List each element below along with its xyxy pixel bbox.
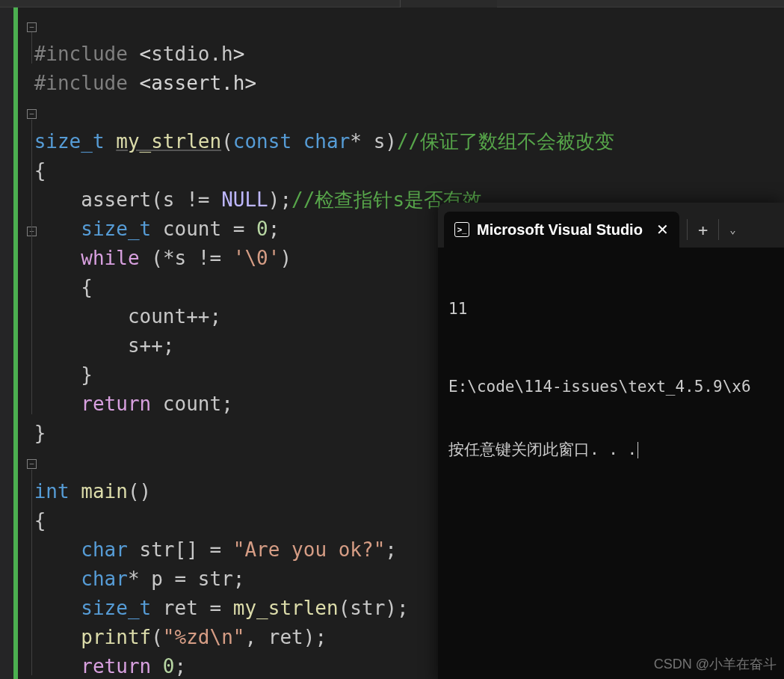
- code-line: count++;: [22, 305, 221, 328]
- code-line: size_t ret = my_strlen(str);: [22, 597, 409, 619]
- code-line: return count;: [22, 393, 233, 415]
- code-line: return 0;: [22, 655, 186, 678]
- code-line: {: [22, 159, 46, 182]
- editor-margin: [0, 7, 13, 679]
- code-line: {: [22, 276, 93, 298]
- terminal-tab-title: Microsoft Visual Studio: [477, 221, 643, 239]
- code-line: size_t my_strlen(const char* s)//保证了数组不会…: [22, 130, 614, 153]
- watermark: CSDN @小羊在奋斗: [654, 655, 777, 673]
- code-line: s++;: [22, 334, 175, 357]
- code-line: assert(s != NULL);//检查指针s是否有效: [22, 188, 482, 211]
- code-line: size_t count = 0;: [22, 218, 280, 240]
- code-editor[interactable]: − − − − #include <stdio.h> #include <ass…: [0, 7, 784, 679]
- code-line: char* p = str;: [22, 568, 244, 590]
- terminal-controls: + ⌄: [679, 212, 744, 248]
- divider: [718, 219, 719, 240]
- code-line: int main(): [22, 480, 151, 503]
- terminal-path: E:\code\114-issues\text_4.5.9\x6: [448, 376, 774, 397]
- terminal-body[interactable]: 11 E:\code\114-issues\text_4.5.9\x6 按任意键…: [438, 248, 784, 511]
- change-indicator: [13, 7, 18, 679]
- fold-guideline: [31, 470, 32, 675]
- close-icon[interactable]: ✕: [656, 221, 669, 239]
- terminal-tab[interactable]: Microsoft Visual Studio ✕: [444, 212, 679, 248]
- tab-remnant: [400, 0, 497, 7]
- code-line: char str[] = "Are you ok?";: [22, 538, 397, 561]
- code-line: }: [22, 363, 93, 386]
- code-line: {: [22, 509, 46, 532]
- terminal-window[interactable]: Microsoft Visual Studio ✕ + ⌄ 11 E:\code…: [438, 203, 784, 679]
- divider: [687, 219, 688, 240]
- terminal-titlebar[interactable]: Microsoft Visual Studio ✕ + ⌄: [438, 203, 784, 248]
- fold-guideline: [31, 120, 32, 414]
- terminal-icon: [454, 222, 469, 237]
- new-tab-button[interactable]: +: [698, 221, 708, 239]
- terminal-prompt: 按任意键关闭此窗口. . .: [448, 439, 774, 460]
- code-line: while (*s != '\0'): [22, 247, 291, 269]
- code-line: #include <assert.h>: [22, 72, 256, 94]
- cursor: [638, 442, 638, 458]
- fold-guideline: [31, 32, 32, 64]
- code-line: #include <stdio.h>: [22, 43, 244, 65]
- editor-top-bar: [0, 0, 784, 7]
- terminal-output: 11: [448, 298, 774, 319]
- code-line: printf("%zd\n", ret);: [22, 626, 327, 648]
- chevron-down-icon[interactable]: ⌄: [729, 224, 735, 236]
- code-line: }: [22, 422, 46, 444]
